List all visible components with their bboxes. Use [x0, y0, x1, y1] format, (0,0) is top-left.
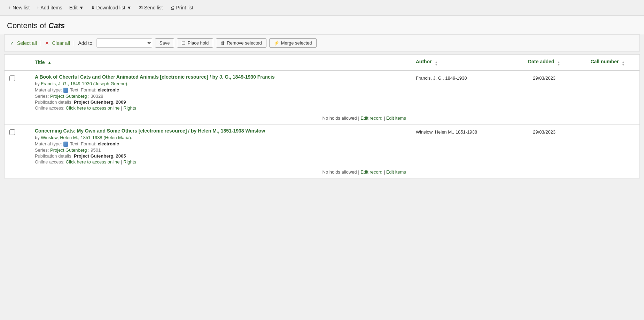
check-icon: ✓	[10, 40, 14, 46]
item-edit-items-link[interactable]: Edit items	[386, 169, 406, 175]
add-to-label: Add to:	[78, 40, 93, 46]
clear-all-link[interactable]: Clear all	[52, 40, 70, 46]
download-icon: ⬇	[91, 5, 95, 10]
add-to-select[interactable]	[96, 38, 152, 48]
sort-asc-icon: ▲	[47, 60, 52, 65]
save-button[interactable]: Save	[155, 38, 174, 48]
item-by: by Francis, J. G., 1849-1930 (Joseph Gre…	[35, 81, 406, 86]
chevron-down-icon: ▼	[79, 5, 84, 10]
row-date-cell: 29/03/2023	[512, 125, 576, 178]
row-date-cell: 29/03/2023	[512, 70, 576, 125]
row-author-cell: Winslow, Helen M., 1851-1938	[411, 125, 513, 178]
item-by: by Winslow, Helen M., 1851-1938 (Helen M…	[35, 135, 406, 140]
item-author-link[interactable]: Winslow, Helen M., 1851-1938 (Helen Mari…	[41, 135, 131, 140]
table-row: Concerning Cats: My Own and Some Others …	[5, 125, 639, 178]
row-call-number-cell	[576, 125, 639, 178]
material-icon	[63, 142, 68, 147]
chevron-down-icon: ▼	[127, 5, 132, 10]
row-call-number-cell	[576, 70, 639, 125]
item-author-link[interactable]: Francis, J. G., 1849-1930 (Joseph Greene…	[41, 81, 127, 86]
row-title-cell: A Book of Cheerful Cats and Other Animat…	[30, 70, 411, 125]
send-list-button[interactable]: ✉ Send list	[136, 3, 166, 12]
item-online-access: Online access: Click here to access onli…	[35, 159, 406, 165]
trash-icon: 🗑	[220, 40, 225, 46]
item-material-type: Material type: Text; Format: electronic	[35, 141, 406, 147]
item-title-link[interactable]: Concerning Cats: My Own and Some Others …	[35, 128, 406, 134]
download-list-button[interactable]: ⬇ Download list ▼	[88, 3, 134, 12]
th-call-number[interactable]: Call number ▲▼	[576, 55, 639, 70]
page-title-section: Contents of Cats	[0, 16, 644, 34]
x-icon: ✕	[45, 40, 49, 46]
item-rights-link[interactable]: Rights	[123, 105, 136, 111]
remove-selected-button[interactable]: 🗑 Remove selected	[216, 38, 266, 48]
edit-button[interactable]: Edit ▼	[67, 3, 87, 12]
item-series-link[interactable]: Project Gutenberg	[50, 94, 87, 99]
item-material-type: Material type: Text; Format: electronic	[35, 87, 406, 93]
th-title[interactable]: Title ▲	[30, 55, 411, 70]
th-date-added[interactable]: Date added ▲▼	[512, 55, 576, 70]
item-series: Series: Project Gutenberg ; 30328	[35, 94, 406, 99]
material-icon	[63, 88, 68, 93]
sort-both-icon: ▲▼	[435, 61, 438, 66]
items-table: Title ▲ Author ▲▼ Date added ▲▼ Call num…	[5, 55, 639, 178]
th-author[interactable]: Author ▲▼	[411, 55, 513, 70]
row-checkbox-cell	[5, 125, 30, 178]
print-list-button[interactable]: 🖨 Print list	[167, 3, 196, 12]
place-hold-button[interactable]: ☐ Place hold	[177, 38, 213, 48]
table-row: A Book of Cheerful Cats and Other Animat…	[5, 70, 639, 125]
row-title-cell: Concerning Cats: My Own and Some Others …	[30, 125, 411, 178]
add-items-button[interactable]: + Add items	[34, 3, 65, 12]
item-series-link[interactable]: Project Gutenberg	[50, 147, 87, 153]
item-online-link[interactable]: Click here to access online	[66, 159, 120, 165]
toolbar: + New list + Add items Edit ▼ ⬇ Download…	[0, 0, 644, 16]
place-hold-icon: ☐	[181, 40, 186, 46]
item-online-access: Online access: Click here to access onli…	[35, 105, 406, 111]
sort-both-icon: ▲▼	[621, 61, 625, 66]
item-title-link[interactable]: A Book of Cheerful Cats and Other Animat…	[35, 74, 406, 80]
item-edit-record-link[interactable]: Edit record	[360, 115, 382, 121]
item-series: Series: Project Gutenberg ; 9501	[35, 147, 406, 153]
row-checkbox[interactable]	[9, 129, 15, 135]
page-title: Contents of Cats	[7, 21, 637, 30]
email-icon: ✉	[139, 5, 143, 10]
item-publication: Publication details: Project Gutenberg, …	[35, 99, 406, 105]
select-all-link[interactable]: Select all	[17, 40, 37, 46]
item-actions: No holds allowed | Edit record | Edit it…	[35, 167, 406, 175]
item-online-link[interactable]: Click here to access online	[66, 105, 120, 111]
item-edit-items-link[interactable]: Edit items	[386, 115, 406, 121]
row-author-cell: Francis, J. G., 1849-1930	[411, 70, 513, 125]
sort-both-icon: ▲▼	[557, 61, 560, 66]
th-checkbox	[5, 55, 30, 70]
item-rights-link[interactable]: Rights	[123, 159, 136, 165]
print-icon: 🖨	[170, 5, 174, 10]
item-edit-record-link[interactable]: Edit record	[360, 169, 382, 175]
new-list-button[interactable]: + New list	[6, 3, 32, 12]
row-checkbox[interactable]	[9, 75, 15, 81]
items-table-container: Title ▲ Author ▲▼ Date added ▲▼ Call num…	[4, 54, 640, 178]
item-actions: No holds allowed | Edit record | Edit it…	[35, 113, 406, 121]
item-publication: Publication details: Project Gutenberg, …	[35, 153, 406, 159]
action-bar: ✓ Select all | ✕ Clear all | Add to: Sav…	[4, 34, 640, 51]
row-checkbox-cell	[5, 70, 30, 125]
merge-icon: ⚡	[274, 40, 279, 46]
merge-selected-button[interactable]: ⚡ Merge selected	[269, 38, 317, 48]
